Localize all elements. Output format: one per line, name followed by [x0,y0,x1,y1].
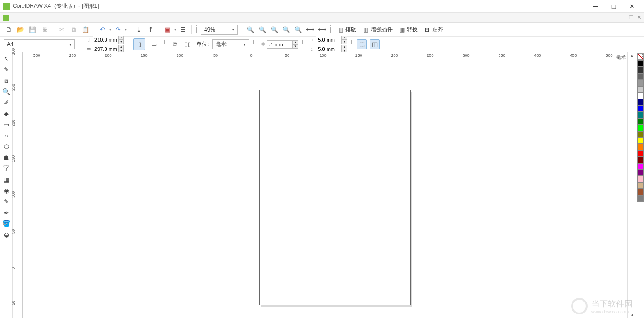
paste-icon[interactable]: 📋 [80,25,90,35]
dup-x-spinner[interactable]: ↔ ▲▼ [308,35,347,44]
spin-up[interactable]: ▲ [293,40,298,44]
menu-layout[interactable]: ▥排版 [335,24,358,35]
zoom-in-icon[interactable]: 🔍 [245,25,255,35]
color-swatch[interactable] [637,60,644,67]
page-height-input[interactable] [93,45,118,53]
ellipse-tool-icon[interactable]: ○ [1,130,12,141]
zoom-tool-icon[interactable]: 🔍 [1,86,12,97]
all-pages-icon[interactable]: ⧉ [170,39,180,49]
doc-restore-button[interactable]: ❐ [629,15,633,21]
color-swatch[interactable] [637,150,644,157]
zoom-out-icon[interactable]: 🔍 [257,25,267,35]
color-swatch[interactable] [637,189,644,195]
scroll-up-icon[interactable]: ▴ [631,52,633,59]
zoom-width-icon[interactable]: ⟷ [305,25,315,35]
spin-down[interactable]: ▼ [342,40,347,44]
color-swatch[interactable] [637,176,644,182]
color-swatch[interactable] [637,93,644,99]
flyout-arrow-icon[interactable]: ◂ [631,312,633,318]
document-icon[interactable] [3,15,9,21]
doc-minimize-button[interactable]: — [620,15,625,21]
no-color-swatch[interactable] [637,53,644,60]
spin-up[interactable]: ▲ [118,36,124,40]
color-swatch[interactable] [637,163,644,170]
basic-shapes-tool-icon[interactable]: ☗ [1,152,12,163]
color-swatch[interactable] [637,86,644,93]
color-swatch[interactable] [637,195,644,202]
spin-down[interactable]: ▼ [118,40,124,44]
nudge-spinner[interactable]: ✥ ▲▼ [259,40,298,49]
shape-tool-icon[interactable]: ✎ [1,64,12,75]
minimize-button[interactable]: ─ [586,0,605,13]
color-swatch[interactable] [637,112,644,118]
doc-close-button[interactable]: ✕ [637,15,641,21]
menu-enhance[interactable]: ▥增强插件 [360,24,394,35]
cut-icon[interactable]: ✂ [56,25,67,35]
color-swatch[interactable] [637,137,644,144]
eyedropper-tool-icon[interactable]: ✎ [1,196,12,207]
crop-tool-icon[interactable]: ⧈ [1,75,12,86]
units-combo[interactable]: 毫米 ▾ [212,39,249,49]
landscape-button[interactable]: ▭ [148,38,160,50]
fill-tool-icon[interactable]: 🪣 [1,218,12,229]
color-swatch[interactable] [637,144,644,150]
color-swatch[interactable] [637,80,644,86]
page-width-input[interactable] [93,36,118,44]
nudge-input[interactable] [267,40,293,49]
close-button[interactable]: ✕ [623,0,641,13]
zoom-all-icon[interactable]: 🔍 [281,25,291,35]
color-swatch[interactable] [637,131,644,137]
zoom-selection-icon[interactable]: 🔍 [269,25,279,35]
spin-up[interactable]: ▲ [342,45,347,49]
print-icon[interactable]: 🖶 [39,25,50,35]
redo-icon[interactable]: ↷ [113,25,123,35]
page[interactable] [259,90,411,305]
smart-fill-tool-icon[interactable]: ◆ [1,108,12,119]
table-tool-icon[interactable]: ▦ [1,174,12,185]
app-launcher-icon[interactable]: ▣ [162,25,172,35]
save-icon[interactable]: 💾 [28,25,38,35]
export-icon[interactable]: ⤒ [145,25,155,35]
spin-up[interactable]: ▲ [118,45,124,49]
zoom-height-icon[interactable]: ⟷ [317,25,327,35]
open-icon[interactable]: 📂 [16,25,26,35]
color-swatch[interactable] [637,170,644,176]
dup-x-input[interactable] [316,36,342,44]
text-tool-icon[interactable]: 字 [1,163,12,174]
snap-bounding-button[interactable]: ◫ [370,39,380,49]
menu-snap[interactable]: ⊞贴齐 [422,24,445,35]
maximize-button[interactable]: □ [605,0,623,13]
menu-convert[interactable]: ▥转换 [396,24,420,35]
import-icon[interactable]: ⤓ [133,25,144,35]
interactive-fill-tool-icon[interactable]: ◒ [1,229,12,240]
freehand-tool-icon[interactable]: ✐ [1,97,12,108]
vertical-ruler[interactable]: 50050100150200250300 [13,62,23,318]
outline-tool-icon[interactable]: ✒ [1,207,12,218]
interactive-blend-tool-icon[interactable]: ◉ [1,185,12,196]
portrait-button[interactable]: ▯ [133,38,145,50]
polygon-tool-icon[interactable]: ⬠ [1,141,12,152]
welcome-icon[interactable]: ☰ [178,25,188,35]
color-swatch[interactable] [637,99,644,105]
color-swatch[interactable] [637,105,644,112]
spin-down[interactable]: ▼ [293,44,298,49]
current-page-icon[interactable]: ▯▯ [183,39,193,49]
copy-icon[interactable]: ⧉ [68,25,78,35]
color-swatch[interactable] [637,118,644,125]
pick-tool-icon[interactable]: ↖ [1,53,12,64]
spin-up[interactable]: ▲ [342,36,347,40]
horizontal-ruler[interactable]: 毫米 3002502001501005005010015020025030035… [23,52,627,62]
page-width-spinner[interactable]: ▯ ▲▼ [84,35,124,44]
undo-icon[interactable]: ↶ [97,25,107,35]
rectangle-tool-icon[interactable]: ▭ [1,119,12,130]
zoom-combo[interactable]: 49% ▾ [201,25,238,35]
treat-as-filled-button[interactable]: ⬚ [357,39,367,49]
color-swatch[interactable] [637,125,644,131]
color-swatch[interactable] [637,157,644,163]
zoom-page-icon[interactable]: 🔍 [293,25,303,35]
dup-y-input[interactable] [316,45,342,53]
color-swatch[interactable] [637,182,644,189]
drawing-canvas[interactable] [23,62,627,318]
color-swatch[interactable] [637,67,644,73]
new-icon[interactable]: 🗋 [4,25,14,35]
